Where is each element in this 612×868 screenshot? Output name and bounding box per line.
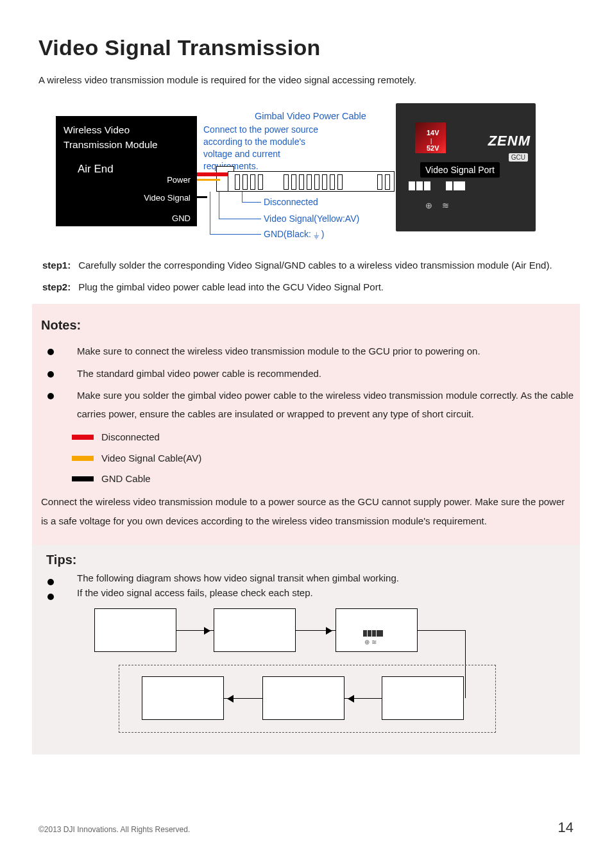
copyright-text: ©2013 DJI Innovations. All Rights Reserv… (38, 825, 190, 834)
ground-symbol-icon: ⏚ (314, 230, 319, 240)
flow-box-b (214, 608, 296, 652)
legend-disconnected-label: Disconnected (101, 428, 160, 447)
flow-box-g (382, 676, 464, 720)
step1-text: Carefully solder the corresponding Video… (78, 257, 572, 274)
callout-gnd: GND(Black: ⏚ ) (264, 229, 324, 239)
tips-item-1: The following diagram shows how video si… (46, 572, 574, 583)
page-title: Video Signal Transmission (38, 35, 574, 60)
flow-diagram: ⊕ ≋ (94, 605, 518, 739)
disconnected-swatch-icon (72, 435, 94, 440)
wiring-diagram: Wireless Video Transmission Module Air E… (42, 97, 536, 246)
notes-bottom-text: Connect the wireless video transmission … (32, 491, 580, 531)
polarity-icon: ⊕ (425, 201, 432, 210)
gcu-brand-label: ZENM (488, 133, 531, 149)
arrow-left-icon (344, 698, 382, 699)
tips-item-2: If the video signal access fails, please… (46, 587, 574, 598)
wire-disconnected-icon (197, 172, 228, 176)
gnd-swatch-icon (72, 476, 94, 481)
wire-gnd-icon (197, 196, 207, 198)
notes-item-3: Make sure you solder the gimbal video po… (46, 387, 574, 423)
gnd-out-label: GND (172, 213, 191, 223)
notes-item-1: Make sure to connect the wireless video … (46, 342, 574, 361)
video-out-label: Video Signal (144, 193, 191, 203)
legend-video: Video Signal Cable(AV) (72, 449, 580, 468)
gcu-pins-icon (409, 181, 466, 192)
notes-item-2: The standard gimbal video power cable is… (46, 365, 574, 383)
tips-list: The following diagram shows how video si… (32, 572, 580, 598)
gimbal-power-cable-title: Gimbal Video Power Cable (255, 111, 366, 121)
connector-block (228, 171, 395, 192)
arrow-icon (296, 630, 336, 631)
legend-block: Disconnected Video Signal Cable(AV) GND … (72, 428, 580, 488)
module-title-1: Wireless Video (64, 122, 197, 137)
page-number: 14 (558, 819, 574, 836)
flow-box-e (142, 676, 224, 720)
tips-heading: Tips: (46, 553, 580, 567)
legend-gnd: GND Cable (72, 470, 580, 488)
notes-list: Make sure to connect the wireless video … (32, 342, 580, 423)
step2-label: step2: (42, 279, 76, 296)
step1-label: step1: (42, 257, 76, 274)
flow-box-a (94, 608, 176, 652)
connect-power-text: Connect to the power source according to… (203, 124, 321, 172)
legend-disconnected: Disconnected (72, 428, 580, 447)
signal-icon: ≋ (442, 201, 449, 210)
wireless-module-box: Wireless Video Transmission Module Air E… (56, 116, 197, 226)
notes-heading: Notes: (41, 313, 580, 337)
callout-video-signal: Video Signal(Yellow:AV) (264, 213, 359, 224)
gcu-14v-label: 14V (427, 129, 439, 137)
page-footer: ©2013 DJI Innovations. All Rights Reserv… (38, 819, 574, 836)
module-title-2: Transmission Module (64, 137, 197, 152)
gcu-tag-label: GCU (509, 153, 528, 162)
power-out-label: Power (167, 175, 191, 185)
notes-section: Notes: Make sure to connect the wireless… (32, 304, 580, 545)
flow-gcu-box: ⊕ ≋ (336, 608, 418, 652)
legend-gnd-label: GND Cable (101, 470, 151, 488)
gcu-52v-label: 52V (427, 144, 439, 152)
wire-video-icon (197, 179, 220, 181)
gcu-graphic: 14V | 52V ZENM GCU Video Signal Port ⊕ ≋ (396, 103, 536, 231)
flow-box-f (262, 676, 344, 720)
air-end-label: Air End (78, 163, 197, 176)
step-1: step1: Carefully solder the correspondin… (42, 257, 574, 274)
arrow-icon (176, 630, 214, 631)
intro-text: A wireless video transmission module is … (38, 74, 574, 85)
step-2: step2: Plug the gimbal video power cable… (42, 279, 574, 296)
legend-video-label: Video Signal Cable(AV) (101, 449, 201, 468)
tips-section: Tips: The following diagram shows how vi… (32, 545, 580, 755)
video-signal-port-label: Video Signal Port (420, 162, 500, 178)
arrow-left-icon (224, 698, 262, 699)
step2-text: Plug the gimbal video power cable lead i… (78, 279, 572, 296)
callout-disconnected: Disconnected (264, 197, 318, 207)
video-swatch-icon (72, 456, 94, 461)
